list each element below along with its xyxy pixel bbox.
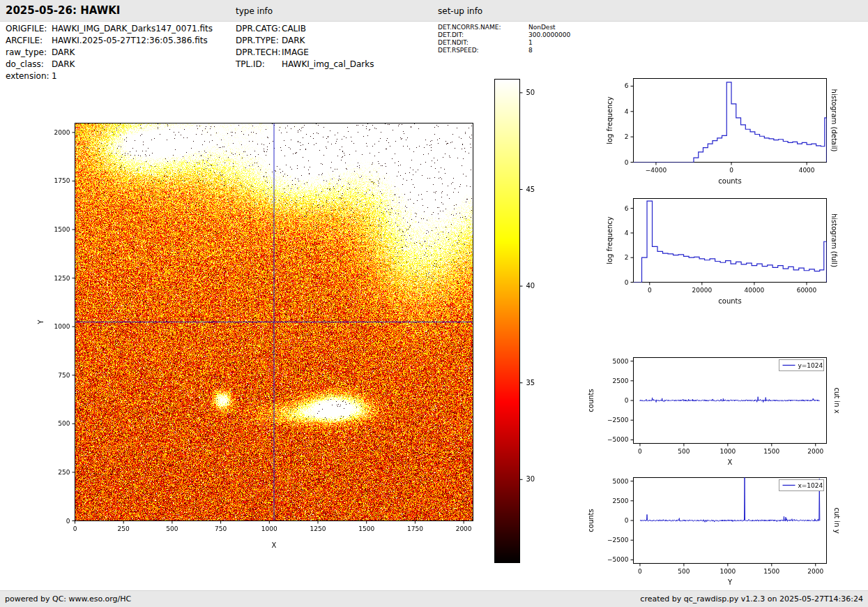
cut-in-x-chart — [586, 349, 844, 474]
meta-label: DET.DIT: — [438, 31, 528, 38]
meta-value: CALIB — [282, 24, 306, 33]
meta-value: IMAGE — [282, 47, 309, 57]
meta-row: DET.NDIT:1 — [438, 39, 533, 46]
footer-left-text: powered by QC: www.eso.org/HC — [5, 594, 131, 604]
meta-value: HAWKI_img_cal_Darks — [282, 59, 374, 69]
qc-report-page: 2025-05-26: HAWKI type info set-up info … — [0, 0, 868, 607]
meta-row: ARCFILE:HAWKI.2025-05-27T12:36:05.386.fi… — [6, 36, 208, 45]
meta-label: DPR.CATG: — [236, 24, 282, 33]
meta-label: TPL.ID: — [236, 59, 282, 69]
meta-label: DPR.TYPE: — [236, 36, 282, 45]
meta-value: HAWKI_IMG_DARK_Darks147_0071.fits — [52, 24, 213, 33]
meta-label: DET.NDIT: — [438, 39, 528, 46]
meta-row: DPR.TECH:IMAGE — [236, 47, 309, 57]
meta-value: 1 — [52, 71, 57, 81]
meta-value: 300.0000000 — [528, 31, 570, 38]
meta-label: DET.NCORRS.NAME: — [438, 24, 528, 31]
setup-info-heading: set-up info — [438, 6, 482, 16]
meta-label: ARCFILE: — [6, 36, 52, 45]
meta-value: DARK — [282, 36, 305, 45]
histogram-detail-chart — [598, 70, 842, 192]
meta-label: DPR.TECH: — [236, 47, 282, 57]
histogram-full-chart — [598, 190, 842, 312]
meta-label: DET.RSPEED: — [438, 47, 528, 54]
footer-bar: powered by QC: www.eso.org/HC created by… — [0, 590, 868, 607]
meta-value: DARK — [52, 59, 75, 69]
meta-value: HAWKI.2025-05-27T12:36:05.386.fits — [52, 36, 208, 45]
meta-row: DET.RSPEED:8 — [438, 47, 533, 54]
meta-label: ORIGFILE: — [6, 24, 52, 33]
meta-value: 8 — [528, 47, 533, 54]
page-title: 2025-05-26: HAWKI — [6, 4, 120, 17]
footer-right-text: created by qc_rawdisp.py v1.2.3 on 2025-… — [640, 594, 863, 604]
header-bar: 2025-05-26: HAWKI type info set-up info — [0, 0, 868, 22]
meta-row: DPR.CATG:CALIB — [236, 24, 306, 33]
meta-label: raw_type: — [6, 47, 52, 57]
meta-row: extension:1 — [6, 71, 57, 81]
meta-row: TPL.ID:HAWKI_img_cal_Darks — [236, 59, 374, 69]
meta-row: DET.DIT:300.0000000 — [438, 31, 570, 38]
meta-row: DPR.TYPE:DARK — [236, 36, 305, 45]
meta-label: do_class: — [6, 59, 52, 69]
cut-in-y-chart — [586, 469, 844, 590]
meta-row: DET.NCORRS.NAME:NonDest — [438, 24, 556, 31]
colorbar — [494, 79, 543, 567]
meta-label: extension: — [6, 71, 52, 81]
meta-value: DARK — [52, 47, 75, 57]
meta-value: 1 — [528, 39, 533, 46]
dark-frame-heatmap — [33, 105, 479, 558]
type-info-heading: type info — [236, 6, 273, 16]
meta-value: NonDest — [528, 24, 556, 31]
meta-row: raw_type:DARK — [6, 47, 75, 57]
meta-row: do_class:DARK — [6, 59, 75, 69]
meta-row: ORIGFILE:HAWKI_IMG_DARK_Darks147_0071.fi… — [6, 24, 213, 33]
